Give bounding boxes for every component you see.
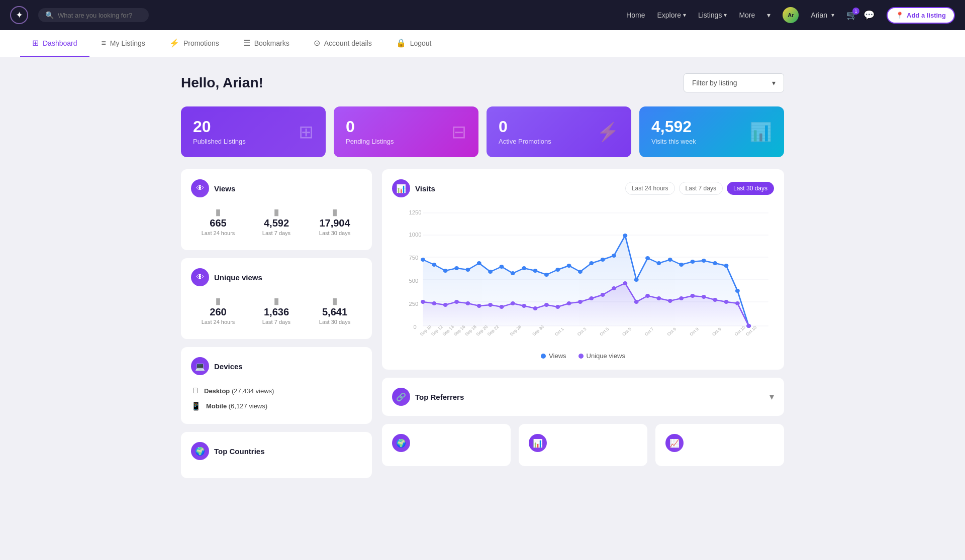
svg-point-15	[454, 266, 459, 270]
visits-title: Visits	[415, 184, 435, 193]
views-dot	[541, 354, 546, 359]
devices-widget: 💻 Devices 🖥 Desktop (27,434 views) 📱 Mob…	[181, 347, 372, 424]
svg-point-51	[522, 304, 526, 308]
promotions-icon: ⚡	[169, 38, 179, 48]
svg-point-32	[645, 256, 650, 260]
cart-icon[interactable]: 🛒 1	[846, 10, 857, 21]
top-navigation: ✦ 🔍 Home Explore ▾ Listings ▾ More ▾ Ar …	[0, 0, 965, 30]
visits-widget: 📊 Visits Last 24 hours Last 7 days Last …	[382, 169, 784, 370]
svg-point-49	[499, 305, 504, 309]
tab-promotions[interactable]: ⚡ Promotions	[157, 30, 231, 57]
svg-point-33	[656, 261, 661, 265]
stat-card-promotions: 0 Active Promotions ⚡	[487, 106, 631, 157]
tab-bookmarks[interactable]: ☰ Bookmarks	[231, 30, 302, 57]
bottom-card-2: 📊	[519, 424, 647, 466]
unique-views-stats: ▐▌ 260 Last 24 hours ▐▌ 1,636 Last 7 day…	[191, 294, 362, 329]
tab-dashboard[interactable]: ⊞ Dashboard	[20, 30, 89, 57]
uv-24h: 260	[191, 306, 245, 318]
svg-point-50	[511, 301, 515, 305]
svg-point-21	[522, 266, 526, 270]
svg-point-14	[443, 269, 448, 273]
views-7d: 4,592	[249, 217, 304, 229]
svg-text:Oct 7: Oct 7	[643, 326, 655, 337]
svg-point-60	[623, 281, 627, 285]
svg-point-18	[488, 270, 493, 274]
views-24h: 665	[191, 217, 245, 229]
svg-point-39	[724, 264, 729, 268]
filter-30d[interactable]: Last 30 days	[727, 182, 774, 195]
tab-account-details[interactable]: ⊙ Account details	[302, 30, 384, 57]
nav-home[interactable]: Home	[626, 11, 645, 19]
svg-point-16	[465, 268, 470, 272]
svg-point-58	[601, 293, 605, 297]
stat-cards: 20 Published Listings ⊞ 0 Pending Listin…	[181, 106, 784, 157]
svg-point-13	[432, 263, 436, 267]
svg-point-40	[735, 289, 740, 293]
referrers-widget-icon: 🔗	[392, 388, 410, 406]
expand-icon[interactable]: ▾	[769, 391, 774, 402]
svg-point-26	[578, 270, 583, 274]
nav-more[interactable]: More	[739, 11, 755, 19]
svg-text:750: 750	[409, 255, 419, 261]
notifications-icon[interactable]: 💬	[863, 10, 875, 21]
svg-point-22	[533, 269, 538, 273]
unique-views-widget-icon: 👁	[191, 268, 209, 286]
uv-bar-icon-3: ▐▌	[308, 298, 362, 304]
add-listing-button[interactable]: 📍 Add a listing	[887, 7, 955, 24]
svg-point-34	[668, 258, 672, 262]
user-menu[interactable]: Arian ▾	[811, 11, 834, 19]
pending-label: Pending Listings	[346, 138, 394, 145]
uv-bar-icon-2: ▐▌	[249, 298, 304, 304]
left-column: 👁 Views ▐▌ 665 Last 24 hours ▐▌ 4,592 La…	[181, 169, 372, 478]
svg-point-31	[634, 278, 639, 282]
page-header: Hello, Arian! Filter by listing ▾	[181, 73, 784, 92]
mobile-icon: 📱	[191, 401, 201, 411]
tab-logout[interactable]: 🔒 Logout	[384, 30, 444, 57]
uv-30d: 5,641	[308, 306, 362, 318]
filter-label: Filter by listing	[692, 79, 737, 87]
svg-point-65	[679, 296, 684, 300]
top-countries-widget: 🌍 Top Countries	[181, 432, 372, 478]
svg-text:Oct 9: Oct 9	[666, 326, 678, 337]
views-widget-icon: 👁	[191, 179, 209, 197]
devices-list: 🖥 Desktop (27,434 views) 📱 Mobile (6,127…	[191, 383, 362, 414]
svg-point-44	[443, 303, 448, 307]
bottom-cards: 🌍 📊 📈	[382, 424, 784, 466]
svg-point-61	[634, 300, 639, 304]
svg-point-29	[612, 254, 616, 258]
filter-24h[interactable]: Last 24 hours	[625, 182, 675, 195]
svg-text:Oct 10: Oct 10	[733, 325, 746, 337]
svg-point-20	[511, 271, 515, 275]
bottom-card-1: 🌍	[382, 424, 511, 466]
search-icon: 🔍	[45, 11, 54, 19]
bottom-icon-3: 📈	[665, 434, 684, 452]
svg-point-46	[465, 301, 470, 305]
svg-point-68	[713, 298, 717, 302]
app-logo[interactable]: ✦	[10, 6, 28, 24]
nav-icons: 🛒 1 💬	[846, 10, 875, 21]
tab-my-listings[interactable]: ≡ My Listings	[89, 31, 157, 57]
svg-point-70	[735, 301, 740, 305]
visits-chart: 1250 1000 750 500 250 0	[392, 205, 774, 346]
nav-explore[interactable]: Explore ▾	[657, 11, 686, 19]
svg-point-55	[567, 301, 571, 305]
search-bar[interactable]: 🔍	[38, 8, 149, 22]
legend-views: Views	[541, 352, 566, 360]
svg-point-62	[645, 294, 650, 298]
svg-point-43	[432, 301, 436, 305]
svg-text:Oct 10: Oct 10	[745, 325, 758, 337]
search-input[interactable]	[58, 12, 138, 19]
promotions-stat-icon: ⚡	[597, 122, 619, 143]
bottom-icon-1: 🌍	[392, 434, 410, 452]
filter-7d[interactable]: Last 7 days	[679, 182, 723, 195]
visits-label: Visits this week	[651, 138, 696, 145]
views-widget: 👁 Views ▐▌ 665 Last 24 hours ▐▌ 4,592 La…	[181, 169, 372, 250]
bookmarks-icon: ☰	[243, 38, 250, 48]
stat-card-published: 20 Published Listings ⊞	[181, 106, 326, 157]
svg-text:Oct 3: Oct 3	[576, 326, 588, 337]
nav-listings[interactable]: Listings ▾	[698, 11, 727, 19]
views-30d: 17,904	[308, 217, 362, 229]
filter-dropdown[interactable]: Filter by listing ▾	[684, 73, 784, 92]
svg-text:250: 250	[409, 301, 419, 307]
svg-point-54	[555, 305, 560, 309]
